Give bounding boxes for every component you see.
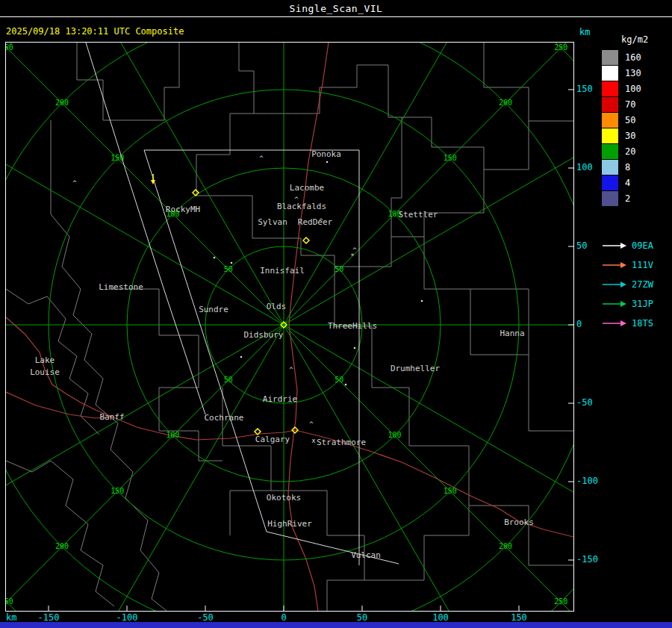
town-marker: ^: [259, 155, 264, 162]
town-marker: [326, 161, 329, 164]
x-axis-tick-label: -150: [38, 612, 60, 623]
city-label: HighRiver: [267, 519, 312, 529]
legend-color-swatch: [602, 50, 618, 65]
town-marker: [214, 257, 216, 259]
legend-color-swatch: [602, 97, 618, 112]
coverage-boundary: [144, 150, 267, 532]
legend-value: 2: [625, 193, 630, 204]
city-label: Strathmore: [317, 438, 366, 447]
city-label: Ponoka: [311, 149, 341, 159]
y-axis-tick-label: -150: [576, 554, 598, 565]
range-distance-label: 200: [499, 99, 512, 107]
range-distance-label: 200: [55, 542, 69, 550]
city-label: RedDeer: [298, 217, 333, 227]
y-axis-tick-label: -50: [576, 397, 593, 408]
radar-station-row: 111V: [602, 255, 672, 275]
county-boundary: [223, 388, 271, 535]
scan-timestamp: 2025/09/18 13:20:11 UTC Composite: [6, 26, 184, 37]
town-marker: [421, 300, 423, 302]
town-marker: [354, 347, 356, 349]
radar-station-row: 31JP: [602, 294, 672, 314]
county-boundary: [484, 43, 529, 121]
city-label: Okotoks: [267, 493, 301, 503]
azimuth-line: [284, 43, 573, 325]
legend-title: kg/m2: [621, 34, 672, 45]
azimuth-line: [6, 101, 284, 325]
y-axis-unit: km: [579, 27, 590, 37]
legend-entry: 100: [602, 81, 672, 96]
range-distance-label: 250: [6, 43, 13, 52]
range-distance-label: 50: [335, 265, 343, 273]
county-boundary: [335, 267, 573, 565]
city-label: Cochrane: [205, 413, 244, 423]
y-axis-tick-label: 150: [576, 84, 593, 94]
city-label: Banff: [99, 412, 124, 422]
x-axis-labels: km -150-100-50050100150: [6, 612, 581, 623]
legend-entry: 160: [602, 49, 672, 65]
legend-color-swatch: [602, 66, 618, 81]
legend-value: 160: [625, 52, 641, 63]
county-boundary: [6, 461, 114, 606]
city-label: ThreeHills: [328, 321, 377, 331]
legend-color-swatch: [602, 128, 618, 143]
legend-color-swatch: [602, 175, 618, 190]
legend-value: 20: [625, 146, 635, 157]
radar-station-row: 18TS: [602, 314, 672, 333]
y-axis-tick-label: 0: [576, 319, 582, 329]
city-label: Lake: [35, 355, 55, 365]
y-axis-labels: 150100500-50-100-150: [576, 43, 602, 611]
legend-value: 50: [625, 115, 635, 125]
azimuth-line: [60, 325, 284, 611]
range-distance-label: 200: [55, 99, 69, 107]
city-label: Hanna: [500, 329, 524, 338]
legend-entry: 4: [602, 175, 672, 190]
city-label: Innisfail: [260, 266, 305, 276]
x-axis-tick-label: 0: [281, 612, 286, 623]
county-boundary: [364, 506, 469, 580]
legend-entry: 2: [602, 190, 672, 206]
legend-color-swatch: [602, 160, 618, 175]
city-label: Drumheller: [391, 364, 441, 373]
city-label: Calgary: [255, 435, 290, 444]
radar-map-svg: 5050505010010010010015015015015020020020…: [6, 43, 573, 611]
city-label: Blackfalds: [277, 202, 326, 211]
x-axis-tick-label: -50: [197, 612, 214, 623]
station-id: 27ZW: [632, 279, 653, 290]
city-label: Didsbury: [244, 330, 284, 340]
legend-color-swatch: [602, 191, 618, 206]
x-axis-tick-label: 100: [432, 612, 449, 623]
county-boundary: [424, 237, 573, 431]
town-marker: [345, 384, 347, 386]
station-id: 31JP: [632, 299, 653, 309]
city-label: Lacombe: [290, 183, 324, 193]
range-distance-label: 150: [444, 154, 457, 162]
legend-entry: 20: [602, 143, 672, 159]
radar-app-window: Single_Scan_VIL 2025/09/18 13:20:11 UTC …: [0, 0, 672, 628]
county-boundary: [470, 289, 529, 355]
town-marker: *: [350, 252, 354, 260]
legend-value: 130: [625, 68, 641, 78]
legend-entry: 30: [602, 128, 672, 143]
y-axis-tick-label: 100: [576, 162, 593, 172]
range-distance-label: 150: [111, 487, 124, 495]
radar-display[interactable]: 5050505010010010010015015015015020020020…: [5, 42, 574, 612]
range-distance-label: 250: [6, 597, 13, 606]
window-title: Single_Scan_VIL: [290, 3, 383, 14]
range-distance-label: 200: [499, 542, 512, 550]
azimuth-line: [60, 43, 284, 325]
city-label: Vulcan: [351, 550, 381, 560]
county-boundary: [77, 43, 179, 120]
town-marker: x: [311, 437, 316, 444]
legend-value: 100: [625, 84, 641, 94]
city-label: Sylvan: [258, 217, 287, 227]
legend-color-swatch: [602, 144, 618, 159]
town-marker: ^: [309, 420, 314, 428]
x-axis-unit: km: [6, 612, 16, 623]
legend-entry: 8: [602, 159, 672, 175]
range-distance-label: 100: [166, 431, 179, 439]
vil-color-legend: kg/m2 16013010070503020842: [602, 34, 672, 206]
title-bar: Single_Scan_VIL: [0, 0, 672, 17]
city-label: Stettler: [399, 210, 438, 220]
range-distance-label: 50: [224, 265, 233, 273]
range-distance-label: 100: [388, 431, 401, 439]
